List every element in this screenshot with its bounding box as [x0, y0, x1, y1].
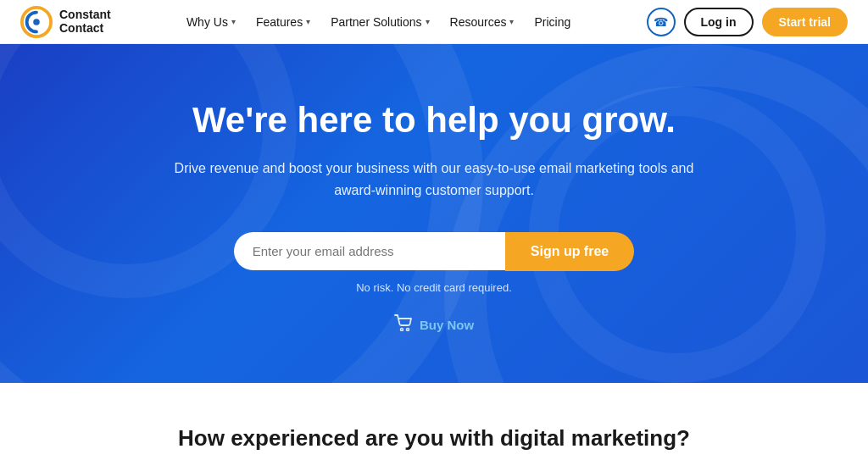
signup-button[interactable]: Sign up free: [505, 232, 634, 271]
svg-point-1: [33, 19, 40, 25]
phone-icon: ☎: [654, 15, 668, 29]
buy-now-area[interactable]: Buy Now: [394, 314, 474, 335]
start-trial-button[interactable]: Start trial: [762, 8, 848, 36]
buy-now-link[interactable]: Buy Now: [420, 318, 474, 332]
bottom-title: How experienced are you with digital mar…: [178, 425, 690, 452]
nav-resources[interactable]: Resources ▾: [450, 15, 515, 29]
chevron-down-icon: ▾: [231, 17, 236, 26]
nav-features[interactable]: Features ▾: [256, 15, 310, 29]
logo-line2: Contact: [59, 22, 111, 35]
nav-why-us[interactable]: Why Us ▾: [186, 15, 236, 29]
no-risk-text: No risk. No credit card required.: [356, 281, 512, 294]
site-header: Constant Contact Why Us ▾ Features ▾ Par…: [0, 0, 868, 44]
hero-subtitle: Drive revenue and boost your business wi…: [171, 158, 697, 201]
hero-title: We're here to help you grow.: [192, 100, 676, 141]
chevron-down-icon: ▾: [509, 17, 514, 26]
phone-button[interactable]: ☎: [647, 8, 676, 36]
logo-icon: [20, 6, 53, 38]
email-signup-row: Sign up free: [234, 232, 634, 271]
bottom-section: How experienced are you with digital mar…: [0, 383, 868, 460]
svg-point-3: [406, 328, 409, 330]
hero-section: We're here to help you grow. Drive reven…: [0, 44, 868, 383]
email-input[interactable]: [234, 232, 505, 270]
main-nav: Why Us ▾ Features ▾ Partner Solutions ▾ …: [186, 15, 570, 29]
nav-partner-solutions[interactable]: Partner Solutions ▾: [331, 15, 429, 29]
cart-icon: [394, 314, 413, 335]
logo-line1: Constant: [59, 8, 111, 21]
login-button[interactable]: Log in: [684, 8, 754, 36]
chevron-down-icon: ▾: [426, 17, 430, 26]
chevron-down-icon: ▾: [306, 17, 310, 26]
logo[interactable]: Constant Contact: [20, 6, 111, 38]
svg-point-2: [400, 328, 403, 330]
header-actions: ☎ Log in Start trial: [647, 8, 848, 36]
nav-pricing[interactable]: Pricing: [534, 15, 570, 29]
